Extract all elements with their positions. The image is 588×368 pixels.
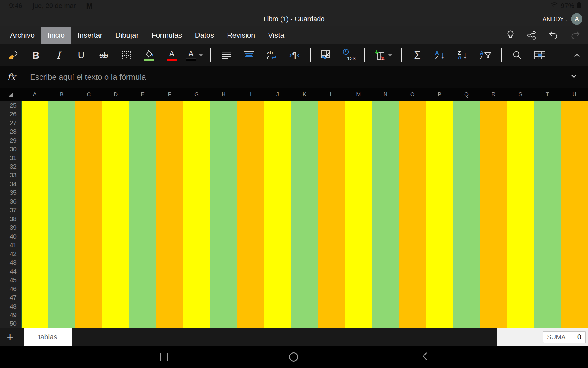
tab-insertar[interactable]: Insertar [71, 27, 109, 44]
number-format-button[interactable]: 123 [337, 46, 360, 64]
aggregate-box[interactable]: SUMA 0 [543, 331, 586, 343]
grid-column-F[interactable] [156, 101, 183, 328]
sort-ascending-button[interactable]: A Z ↓ [429, 46, 451, 64]
tab-vista[interactable]: Vista [262, 27, 291, 44]
merge-center-button[interactable] [238, 46, 260, 64]
column-header-O[interactable]: O [399, 88, 426, 101]
column-header-M[interactable]: M [345, 88, 372, 101]
column-header-G[interactable]: G [183, 88, 210, 101]
grid-column-R[interactable] [480, 101, 507, 328]
grid-column-J[interactable] [264, 101, 291, 328]
column-header-Q[interactable]: Q [453, 88, 480, 101]
row-header-31[interactable]: 31 [0, 154, 21, 162]
row-header-47[interactable]: 47 [0, 293, 21, 302]
formatting-marks-button[interactable]: › ¶ ‹ [283, 46, 306, 64]
row-header-46[interactable]: 46 [0, 285, 21, 293]
filter-button[interactable]: A Z [474, 46, 497, 64]
home-icon[interactable] [289, 352, 298, 362]
select-all-button[interactable] [0, 88, 21, 101]
undo-icon[interactable] [548, 30, 559, 40]
tab-revision[interactable]: Revisión [221, 27, 262, 44]
row-header-45[interactable]: 45 [0, 276, 21, 284]
add-sheet-button[interactable]: + [0, 328, 20, 346]
column-header-K[interactable]: K [291, 88, 318, 101]
row-header-43[interactable]: 43 [0, 258, 21, 267]
grid-column-S[interactable] [507, 101, 534, 328]
formula-input[interactable] [23, 72, 570, 82]
redo-icon[interactable] [570, 30, 581, 40]
row-header-34[interactable]: 34 [0, 180, 21, 188]
align-button[interactable] [215, 46, 238, 64]
tab-inicio[interactable]: Inicio [41, 27, 71, 44]
grid-column-I[interactable] [237, 101, 264, 328]
strikethrough-button[interactable]: ab [92, 46, 115, 64]
row-header-33[interactable]: 33 [0, 171, 21, 180]
row-header-49[interactable]: 49 [0, 311, 21, 319]
grid-column-C[interactable] [75, 101, 102, 328]
bold-button[interactable]: B [24, 46, 47, 64]
row-header-27[interactable]: 27 [0, 119, 21, 127]
grid-column-G[interactable] [183, 101, 210, 328]
wrap-text-button[interactable]: ab c [260, 46, 283, 64]
fx-icon[interactable]: fx [0, 66, 23, 88]
account-button[interactable]: ANDDY . A [542, 13, 582, 25]
grid-column-P[interactable] [426, 101, 453, 328]
underline-button[interactable]: U [70, 46, 92, 64]
grid-column-Q[interactable] [453, 101, 480, 328]
grid-column-K[interactable] [291, 101, 318, 328]
share-icon[interactable] [527, 30, 537, 40]
column-header-J[interactable]: J [264, 88, 291, 101]
row-header-35[interactable]: 35 [0, 189, 21, 197]
formula-expand-chevron-icon[interactable] [570, 74, 578, 80]
row-header-29[interactable]: 29 [0, 136, 21, 145]
column-header-S[interactable]: S [507, 88, 534, 101]
tab-dibujar[interactable]: Dibujar [109, 27, 145, 44]
row-header-41[interactable]: 41 [0, 241, 21, 250]
italic-button[interactable]: I [47, 46, 70, 64]
fill-color-button[interactable] [138, 46, 160, 64]
grid-column-A[interactable] [21, 101, 48, 328]
grid-column-O[interactable] [399, 101, 426, 328]
column-header-P[interactable]: P [426, 88, 453, 101]
sheet-tab-tablas[interactable]: tablas [24, 328, 72, 346]
column-header-A[interactable]: A [21, 88, 48, 101]
borders-button[interactable] [115, 46, 138, 64]
column-header-I[interactable]: I [237, 88, 264, 101]
grid-column-L[interactable] [318, 101, 345, 328]
row-header-48[interactable]: 48 [0, 302, 21, 311]
column-header-B[interactable]: B [48, 88, 75, 101]
column-header-U[interactable]: U [561, 88, 588, 101]
column-header-C[interactable]: C [75, 88, 102, 101]
tab-archivo[interactable]: Archivo [4, 27, 41, 44]
avatar[interactable]: A [571, 13, 582, 25]
column-header-E[interactable]: E [129, 88, 156, 101]
back-icon[interactable] [422, 352, 428, 362]
row-header-32[interactable]: 32 [0, 162, 21, 171]
grid-column-T[interactable] [534, 101, 561, 328]
column-header-F[interactable]: F [156, 88, 183, 101]
grid-column-E[interactable] [129, 101, 156, 328]
format-painter-button[interactable] [2, 46, 24, 64]
font-color-picker-button[interactable]: A [183, 46, 206, 64]
row-header-26[interactable]: 26 [0, 110, 21, 118]
column-header-L[interactable]: L [318, 88, 345, 101]
row-header-25[interactable]: 25 [0, 101, 21, 110]
recents-icon[interactable] [160, 353, 168, 361]
row-header-38[interactable]: 38 [0, 215, 21, 223]
tab-formulas[interactable]: Fórmulas [145, 27, 188, 44]
column-header-H[interactable]: H [210, 88, 237, 101]
row-header-36[interactable]: 36 [0, 197, 21, 206]
column-header-R[interactable]: R [480, 88, 507, 101]
grid-column-U[interactable] [561, 101, 588, 328]
sort-descending-button[interactable]: Z A ↓ [451, 46, 474, 64]
row-header-37[interactable]: 37 [0, 206, 21, 215]
row-header-50[interactable]: 50 [0, 320, 21, 328]
insert-delete-cells-button[interactable] [369, 46, 397, 64]
column-header-D[interactable]: D [102, 88, 129, 101]
font-color-button[interactable]: A [160, 46, 183, 64]
grid-column-M[interactable] [345, 101, 372, 328]
column-header-N[interactable]: N [372, 88, 399, 101]
lightbulb-icon[interactable] [506, 30, 515, 40]
grid-column-B[interactable] [48, 101, 75, 328]
column-header-T[interactable]: T [534, 88, 561, 101]
